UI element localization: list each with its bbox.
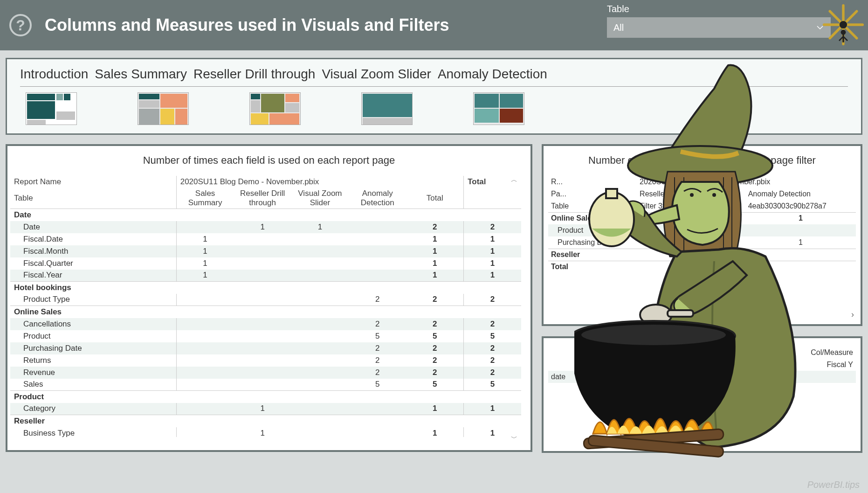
extra-matrix: Col/Measure Fiscal Y date <box>548 347 856 383</box>
cell-value: 5 <box>349 330 406 342</box>
page-title: Columns and Measures used in Visuals and… <box>45 15 449 35</box>
cell-value <box>234 330 291 342</box>
field-label[interactable]: Product <box>10 330 176 342</box>
thumb-introduction[interactable] <box>26 92 77 125</box>
cell-value: 1 <box>176 270 234 282</box>
field-label[interactable]: Cancellations <box>10 318 176 330</box>
r-group[interactable]: Online Sales <box>548 212 637 224</box>
page-filter-matrix: R...2020SU11 Blog Demo - November.pbixPa… <box>548 176 856 273</box>
cell-value: 1 <box>406 270 463 282</box>
row-total: 5 <box>464 330 521 342</box>
cell-value <box>291 403 349 415</box>
group-hotel-bookings[interactable]: Hotel bookings <box>10 282 521 294</box>
matrix-scroll[interactable]: Report Name2020SU11 Blog Demo - November… <box>7 176 530 437</box>
row-total: 2 <box>464 294 521 306</box>
cell-value <box>176 318 234 330</box>
row-total: 1 <box>464 245 521 257</box>
thumb-reseller-drill-through[interactable] <box>249 92 301 125</box>
table-dropdown-value: All <box>613 22 624 33</box>
cell-value <box>291 354 349 367</box>
group-product[interactable]: Product <box>10 391 521 403</box>
cell-value <box>176 294 234 306</box>
col-measure-label: Col/Measure <box>639 347 856 359</box>
thumb-sales-summary[interactable] <box>138 92 189 125</box>
r-group[interactable]: Reseller <box>548 249 637 261</box>
cell-value: 2 <box>349 342 406 354</box>
col-header[interactable]: Reseller Drill through <box>234 188 291 209</box>
cell-value <box>176 379 234 391</box>
cell-value <box>291 427 349 437</box>
cell-value <box>349 257 406 270</box>
tab-reseller-drill-through[interactable]: Reseller Drill through <box>193 67 315 82</box>
cell-value <box>291 257 349 270</box>
tab-strip: Introduction Sales Summary Reseller Dril… <box>6 58 862 135</box>
cell-value: 1 <box>234 427 291 437</box>
main-row: Number of times each field is used on ea… <box>6 144 862 453</box>
field-label[interactable]: Fiscal.Month <box>10 245 176 257</box>
field-label[interactable]: Sales <box>10 379 176 391</box>
cell-value <box>176 330 234 342</box>
panel-page-filter: Number of times each field is used as a … <box>542 144 862 326</box>
thumb-visual-zoom-slider[interactable] <box>361 92 413 125</box>
tab-anomaly-detection[interactable]: Anomaly Detection <box>438 67 547 82</box>
r-field[interactable]: Product <box>548 224 637 236</box>
tab-sales-summary[interactable]: Sales Summary <box>95 67 187 82</box>
cell-value: 2 <box>406 221 463 233</box>
r-page-label: Pa... <box>548 188 637 200</box>
panel-field-usage-title: Number of times each field is used on ea… <box>7 154 530 167</box>
cell-value <box>176 354 234 367</box>
field-label[interactable]: Revenue <box>10 367 176 379</box>
more-icon[interactable]: › <box>851 310 854 319</box>
cell-value <box>291 233 349 245</box>
report-name-label: Report Name <box>10 176 176 188</box>
help-icon[interactable]: ? <box>9 14 32 36</box>
field-label[interactable]: Purchasing Date <box>10 342 176 354</box>
scroll-down-icon[interactable]: ﹀ <box>511 434 517 443</box>
r-report-value: 2020SU11 Blog Demo - November.pbix <box>637 176 856 188</box>
header-bar: ? Columns and Measures used in Visuals a… <box>0 0 868 50</box>
field-label[interactable]: Category <box>10 403 176 415</box>
group-date[interactable]: Date <box>10 209 521 221</box>
tab-introduction[interactable]: Introduction <box>20 67 88 82</box>
field-label[interactable]: Date <box>10 221 176 233</box>
group-reseller[interactable]: Reseller <box>10 415 521 427</box>
table-filter: Table All <box>607 4 831 38</box>
cell-value <box>234 318 291 330</box>
cell-value <box>176 221 234 233</box>
cell-value <box>234 233 291 245</box>
cell-value: 1 <box>176 245 234 257</box>
field-label[interactable]: Fiscal.Quarter <box>10 257 176 270</box>
cell-value: 1 <box>406 257 463 270</box>
cell-value <box>349 233 406 245</box>
thumb-anomaly-detection[interactable] <box>473 92 524 125</box>
col-header[interactable]: Anomaly Detection <box>349 188 406 209</box>
col-header[interactable]: Total <box>406 188 463 209</box>
tab-labels: Introduction Sales Summary Reseller Dril… <box>20 67 848 82</box>
report-name-value: 2020SU11 Blog Demo - November.pbix <box>176 176 463 188</box>
field-label[interactable]: Product Type <box>10 294 176 306</box>
row-total: 2 <box>464 354 521 367</box>
group-online-sales[interactable]: Online Sales <box>10 306 521 318</box>
field-label[interactable]: Business Type <box>10 427 176 437</box>
cell-value: 2 <box>406 318 463 330</box>
r-filter-1: Filter 3f5...ba19d095d6 <box>637 200 745 212</box>
tab-visual-zoom-slider[interactable]: Visual Zoom Slider <box>322 67 431 82</box>
cell-value <box>349 427 406 437</box>
right-column: Number of times each field is used as a … <box>542 144 862 453</box>
field-label[interactable]: Fiscal.Date <box>10 233 176 245</box>
r-field[interactable]: Purchasing Date <box>548 236 637 249</box>
cell-value <box>291 330 349 342</box>
row-total: 2 <box>464 342 521 354</box>
cell-value <box>234 270 291 282</box>
field-label[interactable]: Returns <box>10 354 176 367</box>
cell-value <box>349 403 406 415</box>
col-header[interactable]: Visual Zoom Slider <box>291 188 349 209</box>
watermark: PowerBI.tips <box>807 479 860 490</box>
table-dropdown[interactable]: All <box>607 17 831 38</box>
col-header[interactable]: Sales Summary <box>176 188 234 209</box>
cell-value: 2 <box>406 342 463 354</box>
field-label[interactable]: Fiscal.Year <box>10 270 176 282</box>
r-table-label: Table <box>548 200 637 212</box>
cell-value <box>234 294 291 306</box>
cell-value <box>234 245 291 257</box>
